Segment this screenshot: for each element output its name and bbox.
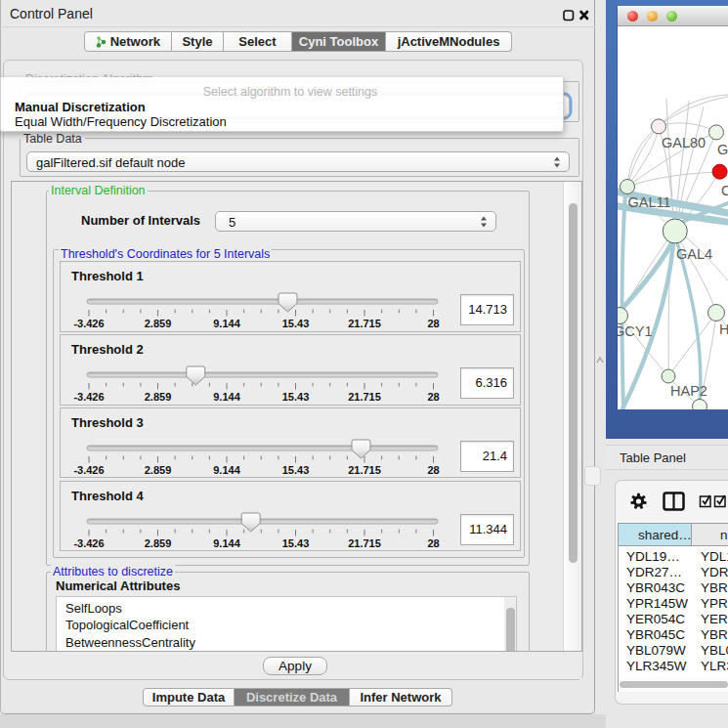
- svg-text:28: 28: [427, 391, 439, 403]
- svg-text:21.715: 21.715: [348, 318, 381, 329]
- svg-text:GAL80: GAL80: [662, 135, 706, 150]
- svg-text:-3.426: -3.426: [73, 537, 104, 549]
- svg-text:9.144: 9.144: [213, 318, 240, 329]
- svg-text:C: C: [721, 183, 728, 198]
- svg-text:HAP2: HAP2: [670, 383, 707, 399]
- svg-text:28: 28: [427, 537, 439, 549]
- svg-text:2.859: 2.859: [145, 318, 172, 329]
- svg-text:9.144: 9.144: [213, 537, 240, 549]
- svg-text:2.859: 2.859: [145, 391, 172, 403]
- svg-text:-3.426: -3.426: [73, 318, 104, 329]
- svg-text:9.144: 9.144: [213, 391, 240, 403]
- svg-text:GAL4: GAL4: [676, 246, 712, 262]
- svg-text:15.43: 15.43: [282, 391, 310, 403]
- svg-text:21.715: 21.715: [348, 391, 381, 403]
- svg-text:28: 28: [427, 464, 439, 476]
- svg-text:GA: GA: [717, 142, 728, 157]
- svg-text:21.715: 21.715: [348, 464, 381, 476]
- svg-text:15.43: 15.43: [282, 318, 310, 329]
- svg-text:9.144: 9.144: [213, 464, 240, 476]
- svg-text:15.43: 15.43: [282, 464, 310, 476]
- svg-text:-3.426: -3.426: [73, 391, 104, 403]
- svg-text:28: 28: [427, 318, 439, 329]
- svg-text:15.43: 15.43: [282, 537, 310, 549]
- svg-text:21.715: 21.715: [348, 537, 381, 549]
- svg-text:GCY1: GCY1: [618, 323, 653, 339]
- svg-text:2.859: 2.859: [145, 537, 172, 549]
- svg-text:2.859: 2.859: [145, 464, 172, 476]
- svg-text:-3.426: -3.426: [73, 464, 104, 476]
- svg-text:GAL11: GAL11: [628, 194, 671, 210]
- svg-text:H: H: [719, 321, 728, 337]
